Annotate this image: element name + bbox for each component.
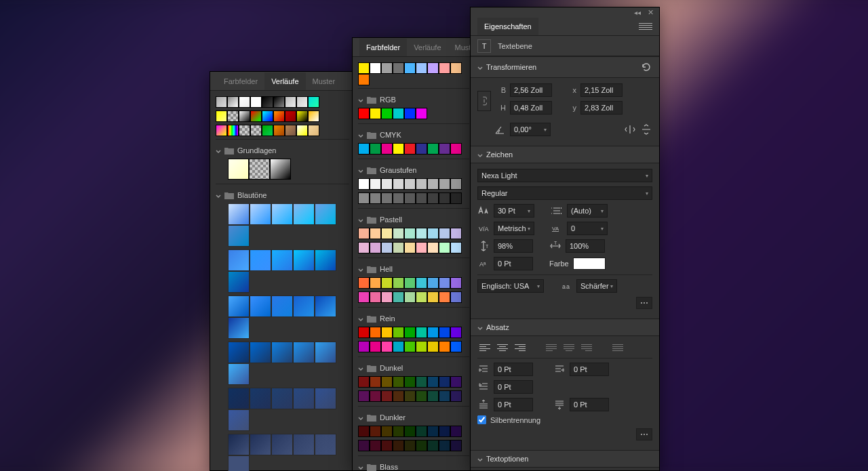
color-swatch[interactable]	[404, 390, 416, 402]
color-swatch[interactable]	[381, 376, 393, 388]
properties-panel[interactable]: ◂◂ ✕ Eigenschaften T Textebene Transform…	[470, 7, 660, 471]
gradient-swatch[interactable]	[228, 388, 250, 409]
gradient-swatch[interactable]	[228, 317, 250, 339]
color-swatch[interactable]	[404, 327, 416, 338]
color-swatch[interactable]	[416, 390, 427, 402]
gradient-swatch[interactable]	[228, 434, 250, 455]
color-swatch[interactable]	[427, 341, 439, 352]
gradient-swatch[interactable]	[315, 203, 336, 225]
color-swatch[interactable]	[439, 291, 450, 303]
color-swatch[interactable]	[404, 108, 416, 119]
color-swatch[interactable]	[393, 178, 404, 190]
color-swatch[interactable]	[370, 143, 381, 155]
close-icon[interactable]: ✕	[648, 8, 654, 17]
gradient-swatch[interactable]	[228, 249, 250, 271]
gradient-swatch[interactable]	[271, 249, 293, 271]
tab-muster[interactable]: Muster	[306, 73, 342, 90]
gradient-swatch[interactable]	[262, 96, 273, 108]
gradient-swatch[interactable]	[273, 125, 285, 136]
gradient-swatch[interactable]	[315, 295, 336, 317]
gradient-swatch[interactable]	[315, 388, 336, 409]
color-swatch[interactable]	[404, 341, 416, 352]
indent-first-input[interactable]: 0 Pt	[494, 380, 533, 394]
color-swatch[interactable]	[427, 327, 439, 338]
color-swatch[interactable]	[393, 228, 404, 239]
color-swatch[interactable]	[393, 426, 404, 437]
gradient-swatch[interactable]	[239, 110, 250, 122]
color-swatch[interactable]	[381, 277, 393, 289]
color-swatch[interactable]	[370, 62, 381, 74]
color-swatch[interactable]	[416, 242, 427, 253]
color-swatch[interactable]	[358, 242, 370, 253]
color-swatch[interactable]	[439, 192, 450, 204]
color-swatch[interactable]	[404, 376, 416, 388]
color-swatch[interactable]	[416, 108, 427, 119]
gradient-swatch[interactable]	[293, 388, 315, 409]
color-swatch[interactable]	[427, 228, 439, 239]
width-input[interactable]: 2,56 Zoll	[510, 83, 552, 97]
color-swatch[interactable]	[450, 192, 462, 204]
color-swatch[interactable]	[404, 277, 416, 289]
color-swatch[interactable]	[416, 327, 427, 338]
collapse-icon[interactable]: ◂◂	[634, 9, 641, 16]
gradient-swatch[interactable]	[308, 125, 319, 136]
color-swatch[interactable]	[393, 376, 404, 388]
swatches-panel[interactable]: Farbfelder Verläufe Muster RGBCMYKGraust…	[352, 37, 475, 471]
color-swatch[interactable]	[358, 74, 370, 85]
color-swatch[interactable]	[370, 376, 381, 388]
tab-verlaeufe[interactable]: Verläufe	[264, 73, 305, 90]
gradient-swatch[interactable]	[250, 342, 271, 363]
gradient-swatch[interactable]	[308, 96, 319, 108]
color-swatch[interactable]	[393, 242, 404, 253]
tab-farbfelder[interactable]: Farbfelder	[359, 39, 407, 56]
color-swatch[interactable]	[450, 390, 462, 402]
gradient-swatch[interactable]	[228, 409, 250, 431]
gradient-swatch[interactable]	[228, 203, 250, 225]
color-swatch[interactable]	[393, 192, 404, 204]
gradient-swatch[interactable]	[293, 295, 315, 317]
group-header[interactable]: Graustufen	[358, 163, 469, 178]
reset-icon[interactable]	[640, 61, 652, 73]
gradient-swatch[interactable]	[273, 110, 285, 122]
color-swatch[interactable]	[450, 440, 462, 451]
color-swatch[interactable]	[370, 228, 381, 239]
color-swatch[interactable]	[358, 390, 370, 402]
color-swatch[interactable]	[450, 327, 462, 338]
more-options-button[interactable]	[636, 428, 652, 441]
color-swatch[interactable]	[427, 390, 439, 402]
gradient-swatch[interactable]	[239, 125, 250, 136]
x-input[interactable]: 2,15 Zoll	[580, 83, 623, 97]
justify-center-button[interactable]	[561, 342, 576, 354]
color-swatch[interactable]	[393, 108, 404, 119]
flip-vertical-icon[interactable]	[640, 123, 652, 136]
tab-eigenschaften[interactable]: Eigenschaften	[477, 18, 538, 35]
color-swatch[interactable]	[358, 341, 370, 352]
color-swatch[interactable]	[381, 390, 393, 402]
color-swatch[interactable]	[358, 426, 370, 437]
color-swatch[interactable]	[404, 440, 416, 451]
gradient-swatch[interactable]	[271, 434, 293, 455]
color-swatch[interactable]	[450, 228, 462, 239]
gradient-swatch[interactable]	[262, 125, 273, 136]
panel-menu-icon[interactable]	[639, 22, 652, 31]
gradient-swatch[interactable]	[250, 203, 271, 225]
color-swatch[interactable]	[370, 192, 381, 204]
text-color-swatch[interactable]	[573, 258, 606, 270]
color-swatch[interactable]	[450, 277, 462, 289]
color-swatch[interactable]	[404, 192, 416, 204]
indent-left-input[interactable]: 0 Pt	[494, 363, 533, 376]
group-blautoene-header[interactable]: Blautöne	[216, 188, 349, 203]
color-swatch[interactable]	[439, 426, 450, 437]
color-swatch[interactable]	[427, 62, 439, 74]
color-swatch[interactable]	[370, 426, 381, 437]
color-swatch[interactable]	[358, 108, 370, 119]
gradient-swatch[interactable]	[228, 295, 250, 317]
color-swatch[interactable]	[450, 143, 462, 155]
color-swatch[interactable]	[381, 327, 393, 338]
color-swatch[interactable]	[439, 327, 450, 338]
color-swatch[interactable]	[439, 178, 450, 190]
color-swatch[interactable]	[427, 376, 439, 388]
color-swatch[interactable]	[358, 228, 370, 239]
color-swatch[interactable]	[450, 341, 462, 352]
gradient-swatch[interactable]	[308, 110, 319, 122]
